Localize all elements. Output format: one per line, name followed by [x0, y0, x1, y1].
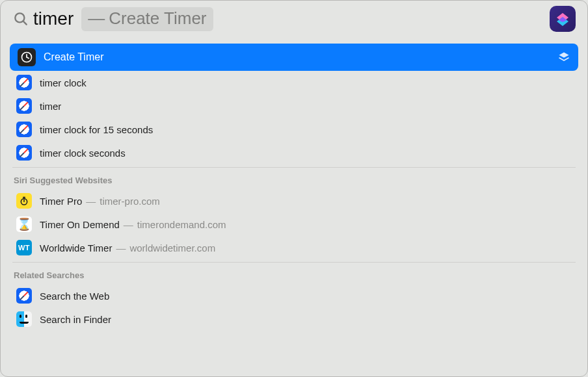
dash-separator: —	[88, 8, 105, 29]
section-header: Related Searches	[10, 265, 578, 284]
result-label: Timer On Demend	[40, 219, 120, 230]
clock-icon	[18, 48, 36, 66]
safari-icon	[16, 288, 32, 304]
safari-icon	[16, 98, 32, 114]
safari-icon	[16, 122, 32, 137]
shortcuts-app-icon	[550, 6, 576, 32]
result-row[interactable]: Create Timer	[10, 44, 578, 71]
result-label: timer clock	[40, 77, 87, 88]
section-divider	[12, 167, 576, 168]
top-hit-suggestion-label: Create Timer	[109, 8, 206, 29]
result-secondary: timer-pro.com	[100, 196, 160, 207]
result-row[interactable]: Timer Pro—timer-pro.com	[10, 189, 578, 213]
finder-icon	[16, 311, 32, 327]
top-hit-suggestion[interactable]: — Create Timer	[81, 7, 213, 31]
result-row[interactable]: timer clock	[10, 71, 578, 94]
safari-icon	[16, 145, 32, 161]
result-row[interactable]: WTWorldwide Timer—worldwidetimer.com	[10, 236, 578, 259]
search-query-text: timer	[33, 8, 74, 29]
layers-icon	[557, 51, 570, 64]
result-row[interactable]: ⌛Timer On Demend—timerondemand.com	[10, 213, 578, 236]
result-label: Worldwide Timer	[40, 242, 112, 254]
result-row[interactable]: timer clock for 15 seconds	[10, 118, 578, 141]
result-row[interactable]: timer clock seconds	[10, 141, 578, 164]
dash-separator: —	[124, 219, 133, 230]
results-list: Create Timertimer clocktimertimer clock …	[1, 37, 587, 340]
stopwatch-icon	[16, 193, 32, 209]
result-row[interactable]: Search in Finder	[10, 307, 578, 331]
result-secondary: worldwidetimer.com	[129, 242, 215, 254]
dash-separator: —	[116, 242, 126, 254]
section-header: Siri Suggested Websites	[10, 170, 578, 189]
spotlight-search-bar: timer — Create Timer	[1, 1, 587, 37]
result-label: timer	[40, 101, 61, 112]
result-label: Search in Finder	[40, 314, 111, 325]
svg-line-4	[27, 57, 29, 58]
result-row[interactable]: timer	[10, 94, 578, 118]
result-label: timer clock seconds	[40, 148, 126, 159]
result-label: Search the Web	[40, 291, 109, 302]
result-secondary: timerondemand.com	[137, 219, 226, 230]
result-label: Timer Pro	[40, 196, 82, 207]
result-label: Create Timer	[44, 51, 103, 63]
worldwide-timer-icon: WT	[16, 240, 32, 255]
search-icon	[12, 10, 29, 27]
hourglass-icon: ⌛	[16, 216, 32, 232]
result-label: timer clock for 15 seconds	[40, 124, 153, 135]
result-row[interactable]: Search the Web	[10, 284, 578, 307]
search-input[interactable]: timer — Create Timer	[33, 7, 576, 31]
svg-line-1	[23, 21, 26, 24]
safari-icon	[16, 75, 32, 90]
dash-separator: —	[86, 196, 96, 207]
section-divider	[12, 262, 576, 263]
